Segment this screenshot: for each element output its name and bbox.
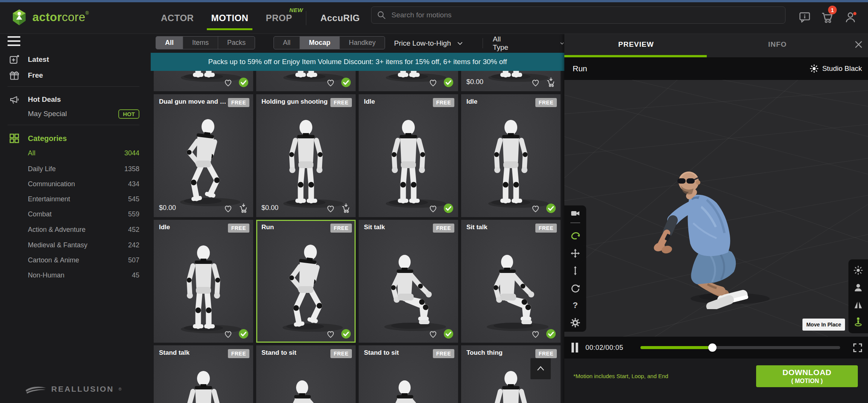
nav-accurig[interactable]: AccuRIG <box>312 13 368 23</box>
favorite-icon[interactable] <box>223 329 233 339</box>
pause-button[interactable] <box>570 342 579 353</box>
motion-card[interactable]: IdleFREE <box>359 94 458 217</box>
motion-title: Idle <box>466 98 477 106</box>
add-to-cart-icon[interactable] <box>238 203 249 213</box>
scope-packs[interactable]: Packs <box>218 37 255 49</box>
sidebar-section-categories[interactable]: Categories <box>28 133 139 144</box>
reallusion-swoosh-icon <box>25 383 47 395</box>
favorite-icon[interactable] <box>428 329 438 339</box>
sidebar-category-entertainment[interactable]: Entertainment545 <box>28 193 139 205</box>
sidebar-category-communication[interactable]: Communication434 <box>28 178 139 190</box>
menu-icon[interactable] <box>8 36 21 47</box>
scope-all[interactable]: All <box>156 37 183 49</box>
motion-card-selected[interactable]: RunFREE <box>256 220 356 343</box>
download-motion-button[interactable]: DOWNLOAD ( MOTION ) <box>756 365 858 387</box>
environment-toggle[interactable]: Studio Black <box>810 64 862 73</box>
sidebar-divider <box>8 86 139 87</box>
motion-card[interactable]: Sit talkFREE <box>461 220 561 343</box>
sidebar-item-hot-deals[interactable]: Hot Deals <box>28 94 139 105</box>
close-icon[interactable] <box>854 40 863 49</box>
owned-check-icon <box>443 77 454 87</box>
favorite-icon[interactable] <box>326 329 336 339</box>
nav-motion[interactable]: MOTION <box>202 13 257 23</box>
logo-wordmark: actorcore® <box>32 11 89 24</box>
light-icon[interactable] <box>853 265 863 275</box>
motion-card[interactable]: Stand to sitFREE <box>256 345 356 403</box>
nav-divider <box>306 11 306 25</box>
chevron-up-icon <box>535 363 546 374</box>
camera-view-icon[interactable] <box>570 208 580 218</box>
favorite-icon[interactable] <box>223 203 233 213</box>
nav-prop[interactable]: PROPNEW <box>257 13 301 23</box>
motion-card[interactable]: Holding gun shootingFREE $0.00 <box>256 94 356 217</box>
reset-rotate-icon[interactable] <box>570 283 580 293</box>
viewport-right-toolbar <box>848 259 868 333</box>
orbit-rotate-icon[interactable] <box>570 231 580 241</box>
sidebar-category-medieval-fantasy[interactable]: Medieval & Fantasy242 <box>28 239 139 251</box>
actorcore-logo[interactable]: actorcore® <box>11 9 89 26</box>
add-to-cart-icon[interactable] <box>341 203 351 213</box>
move-in-place-icon[interactable] <box>853 317 863 326</box>
scope-items[interactable]: Items <box>183 37 218 49</box>
sidebar-item-latest[interactable]: Latest <box>28 54 139 65</box>
favorite-icon[interactable] <box>530 203 541 213</box>
capture-mocap[interactable]: Mocap <box>300 37 339 49</box>
hot-badge: HOT <box>118 109 139 119</box>
account-icon[interactable] <box>845 11 857 23</box>
vertical-scale-icon[interactable] <box>570 266 580 276</box>
free-badge: FREE <box>228 224 249 233</box>
chevron-down-icon <box>456 40 464 47</box>
fullscreen-icon[interactable] <box>853 343 863 353</box>
sidebar-item-may-special[interactable]: May Special HOT <box>28 108 139 120</box>
search-input[interactable] <box>391 11 780 20</box>
3d-viewport[interactable]: ? <box>564 80 868 337</box>
tab-preview[interactable]: PREVIEW <box>618 34 654 55</box>
favorite-icon[interactable] <box>530 77 541 87</box>
nav-actor[interactable]: ACTOR <box>152 13 202 23</box>
capture-handkey[interactable]: Handkey <box>339 37 385 49</box>
motion-card[interactable]: IdleFREE <box>461 94 561 217</box>
feedback-icon[interactable] <box>799 11 811 23</box>
motion-title: Sit talk <box>364 224 385 231</box>
timeline-slider[interactable] <box>640 346 840 349</box>
sidebar-category-all[interactable]: All3044 <box>28 147 139 159</box>
timeline-thumb[interactable] <box>708 343 717 352</box>
motion-card[interactable]: Stand to sitFREE <box>359 345 458 403</box>
scope-segmented-control: AllItemsPacks <box>156 36 255 49</box>
capture-all[interactable]: All <box>274 37 300 49</box>
favorite-icon[interactable] <box>428 77 438 87</box>
sidebar-category-action-adventure[interactable]: Action & Adventure452 <box>28 224 139 235</box>
promo-banner[interactable]: Packs up to 59% off or Enjoy Item Volume… <box>151 53 564 71</box>
character-icon[interactable] <box>853 283 863 293</box>
motion-card[interactable]: Sit talkFREE <box>359 220 458 343</box>
favorite-icon[interactable] <box>530 329 541 339</box>
filter-bar: AllItemsPacks AllMocapHandkey Price Low-… <box>151 34 564 53</box>
tab-info[interactable]: INFO <box>768 34 787 55</box>
sidebar-category-non-human[interactable]: Non-Human45 <box>28 270 139 281</box>
favorite-icon[interactable] <box>428 203 438 213</box>
capture-segmented-control: AllMocapHandkey <box>274 36 385 49</box>
favorite-icon[interactable] <box>326 77 336 87</box>
motion-card[interactable]: Stand talkFREE <box>154 345 253 403</box>
sort-dropdown[interactable]: Price Low-to-High <box>394 34 464 53</box>
favorite-icon[interactable] <box>223 77 233 87</box>
search-bar[interactable] <box>371 6 785 24</box>
sidebar-category-cartoon-anime[interactable]: Cartoon & Anime507 <box>28 254 139 266</box>
svg-text:?: ? <box>573 300 578 310</box>
motion-card[interactable]: IdleFREE <box>154 220 253 343</box>
preview-footer: *Motion includes Start, Loop, and End DO… <box>564 359 868 403</box>
motion-card[interactable]: Dual gun move and s…FREE $0.00 <box>154 94 253 217</box>
mirror-icon[interactable] <box>853 300 863 310</box>
type-dropdown[interactable]: All Type <box>493 34 565 53</box>
favorite-icon[interactable] <box>326 203 336 213</box>
sidebar-category-daily-life[interactable]: Daily Life1358 <box>28 163 139 175</box>
add-to-cart-icon[interactable] <box>546 77 556 87</box>
move-tool-icon[interactable] <box>570 248 580 258</box>
owned-check-icon <box>443 203 454 213</box>
sidebar-category-combat[interactable]: Combat559 <box>28 208 139 220</box>
sidebar-item-free[interactable]: Free <box>28 70 139 81</box>
scroll-to-top-button[interactable] <box>530 358 551 379</box>
help-icon[interactable]: ? <box>570 300 580 310</box>
preview-motion-title: Run <box>573 64 587 73</box>
settings-gear-icon[interactable] <box>570 318 580 328</box>
